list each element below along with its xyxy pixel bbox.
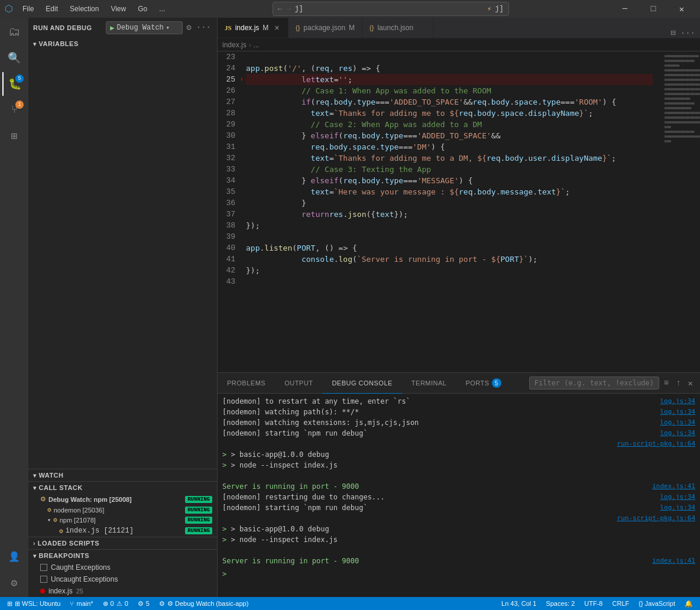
clear-console-icon[interactable]: ✕ [686,377,695,390]
line-source[interactable]: index.js:41 [652,481,695,492]
thread-nodemon[interactable]: ⚙ nodemon [25036] RUNNING [28,505,217,515]
close-btn[interactable]: ✕ [668,0,695,18]
status-bell-icon[interactable]: 🔔 [682,597,695,610]
menu-selection[interactable]: Selection [65,4,103,14]
status-eol[interactable]: CRLF [610,597,632,610]
tab-label: launch.json [377,24,413,32]
ln-42: 42 [218,265,235,276]
minimize-btn[interactable]: ─ [611,0,639,18]
restore-btn[interactable]: □ [640,0,667,18]
debug-session-icon: ⚙ [159,600,165,608]
line-source[interactable]: index.js:41 [652,556,695,566]
watch-label: WATCH [39,472,64,479]
line-source[interactable]: log.js:34 [660,502,695,513]
status-spaces[interactable]: Spaces: 2 [543,597,577,610]
console-output[interactable]: [nodemon] to restart at any time, enter … [218,394,700,597]
frame-info: ⚙ index.js [21121] [59,527,134,535]
status-branch[interactable]: ⑂ main* [67,597,95,610]
ln-25: 25 [218,74,235,85]
line-source[interactable]: log.js:34 [660,428,695,439]
line-source[interactable]: log.js:34 [660,407,695,417]
search-input-display[interactable]: j] [294,5,484,13]
json-icon: {} [296,24,300,31]
menu-go[interactable]: Go [133,4,152,14]
callstack-process-item[interactable]: ⚙ Debug Watch: npm [25008] RUNNING [28,494,217,505]
breadcrumb-file[interactable]: index.js [222,41,247,49]
tab-problems[interactable]: PROBLEMS [218,373,275,394]
activity-search[interactable]: 🔍 [2,46,26,70]
activity-remote[interactable]: 👤 [2,545,26,569]
collapse-icon[interactable]: ≡ [662,377,671,389]
thread-icon: ⚙ [53,516,57,524]
tab-packagejson[interactable]: {} package.json M [289,18,362,38]
status-debug[interactable]: ⚙ 5 [135,597,152,610]
tab-indexjs[interactable]: JS index.js M × [218,18,289,38]
frame-indexjs[interactable]: ⚙ index.js [21121] RUNNING [28,525,217,537]
status-debug-session[interactable]: ⚙ ⚙ Debug Watch (basic-app) [157,597,251,610]
chevron-down-icon: ▾ [166,24,170,31]
tab-close-icon[interactable]: × [274,23,279,33]
console-filter-input[interactable] [529,377,659,390]
tab-modified-indicator: M [262,24,268,32]
activity-git[interactable]: ⑂ 1 [2,98,26,122]
status-errors[interactable]: ⊗ 0 ⚠ 0 [101,597,131,610]
line-content: [nodemon] watching extensions: js,mjs,cj… [222,417,655,428]
thread-npm[interactable]: ▾ ⚙ npm [21078] RUNNING [28,515,217,525]
line-content: > > node --inspect index.js [222,534,695,545]
tab-debug-console[interactable]: DEBUG CONSOLE [322,373,401,394]
sidebar-title: RUN AND DEBUG [33,24,92,31]
play-icon: ▶ [110,24,114,33]
breadcrumb-symbol[interactable]: ... [254,41,260,49]
code-content[interactable]: app.post('/', (req, res) => { let text =… [241,51,653,372]
forward-icon[interactable]: → [286,4,291,14]
caught-exceptions-item[interactable]: Caught Exceptions [28,562,217,573]
code-line-42: }); [246,265,653,276]
back-icon[interactable]: ← [278,4,283,14]
menu-more[interactable]: ... [154,4,170,14]
activity-extensions[interactable]: ⊞ [2,124,26,148]
wsl-icon: ⊞ [7,600,12,608]
callstack-section-header[interactable]: ▾ CALL STACK [28,482,217,494]
line-content: > > basic-app@1.0.0 debug [222,449,695,460]
tab-terminal[interactable]: TERMINAL [402,373,456,394]
tab-output[interactable]: OUTPUT [275,373,322,394]
activity-settings[interactable]: ⚙ [2,571,26,595]
tab-launchjson[interactable]: {} launch.json [362,18,433,38]
line-source[interactable]: run-script-pkg.js:64 [617,439,695,449]
loaded-scripts-header[interactable]: › LOADED SCRIPTS [28,537,217,549]
scroll-to-top-icon[interactable]: ↑ [673,377,683,389]
status-encoding[interactable]: UTF-8 [582,597,605,610]
debug-icon: ⚙ [138,600,144,608]
more-actions-icon[interactable]: ··· [195,21,212,34]
breakpoints-header[interactable]: ▾ BREAKPOINTS [28,550,217,562]
thread-badge: RUNNING [185,517,212,524]
line-source[interactable]: log.js:34 [660,396,695,407]
caught-checkbox[interactable] [40,564,47,571]
uncaught-exceptions-item[interactable]: Uncaught Exceptions [28,573,217,585]
menu-view[interactable]: View [106,4,131,14]
console-prompt-line: > [222,569,695,579]
debug-config-dropdown[interactable]: ▶ Debug Watch ▾ [106,21,183,34]
split-editor-icon[interactable]: ⊟ [668,28,678,38]
menu-edit[interactable]: Edit [41,4,63,14]
activity-debug[interactable]: 🐛 5 [2,72,26,96]
more-tabs-icon[interactable]: ··· [678,28,698,38]
status-language[interactable]: {} JavaScript [636,597,678,610]
tab-ports[interactable]: PORTS 5 [456,373,510,394]
line-source[interactable]: log.js:34 [660,417,695,428]
line-source[interactable]: log.js:34 [660,492,695,502]
uncaught-checkbox[interactable] [40,576,47,583]
status-wsl[interactable]: ⊞ ⊞ WSL: Ubuntu [5,597,63,610]
console-line [222,545,695,556]
file-breakpoint-item[interactable]: index.js 25 [28,585,217,597]
watch-section-header[interactable]: ▾ WATCH [28,469,217,481]
status-position[interactable]: Ln 43, Col 1 [499,597,539,610]
line-source[interactable]: run-script-pkg.js:64 [617,513,695,524]
loaded-scripts-section: › LOADED SCRIPTS [28,537,217,549]
activity-bar: 🗂 🔍 🐛 5 ⑂ 1 ⊞ 👤 ⚙ [0,18,28,597]
menu-file[interactable]: File [18,4,38,14]
variables-section-header[interactable]: ▾ VARIABLES [28,38,217,50]
titlebar-search-area: ← → j] ⚡ j] [174,2,607,16]
activity-explorer[interactable]: 🗂 [2,20,26,44]
gear-icon[interactable]: ⚙ [185,21,192,34]
